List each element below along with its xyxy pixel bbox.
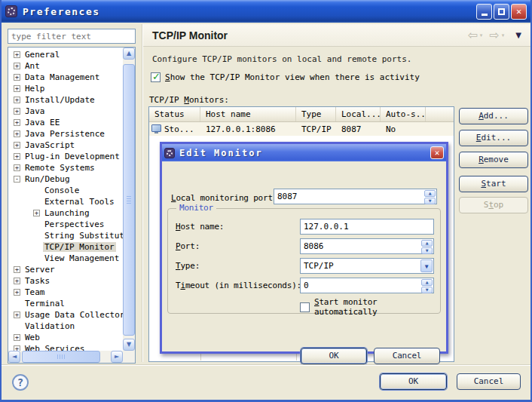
sidebar-tree-item[interactable]: Terminal — [8, 298, 123, 309]
scroll-left-icon[interactable]: ◄ — [8, 351, 20, 363]
sidebar-tree-item[interactable]: + JavaScript — [8, 140, 123, 151]
horizontal-scroll-thumb[interactable] — [22, 351, 100, 363]
sidebar-tree-item[interactable]: + Java — [8, 106, 123, 117]
sidebar-tree-item[interactable]: + Java Persistence — [8, 128, 123, 140]
sidebar-tree-item[interactable]: - Run/Debug — [8, 173, 123, 185]
sidebar-tree-item[interactable]: + Java EE — [8, 117, 123, 128]
scroll-right-icon[interactable]: ► — [111, 351, 123, 363]
tree-expander-icon[interactable]: + — [14, 164, 20, 171]
show-view-checkbox[interactable]: ✓ — [151, 72, 161, 82]
tree-expander-icon[interactable]: + — [14, 278, 20, 284]
table-column-header[interactable]: Auto-s... — [381, 107, 426, 121]
scroll-down-icon[interactable]: ▼ — [123, 339, 135, 351]
tree-expander-icon[interactable]: - — [14, 176, 20, 183]
page-header: TCP/IP Monitor ⇦ ▾ ⇨ ▾ ▼ — [143, 24, 530, 47]
tree-expander-icon[interactable]: + — [14, 334, 20, 341]
sidebar-tree-item[interactable]: + General — [8, 49, 123, 60]
spinner-up-icon[interactable]: ▲ — [421, 240, 433, 247]
local-port-input[interactable] — [274, 189, 436, 204]
spinner-up-icon[interactable]: ▲ — [421, 279, 433, 286]
spinner-down-icon[interactable]: ▼ — [421, 287, 433, 293]
maximize-button[interactable] — [494, 4, 509, 20]
dialog-ok-button[interactable]: OK — [301, 348, 367, 364]
tree-expander-icon[interactable]: + — [33, 210, 40, 216]
remove-button[interactable]: Remove — [459, 152, 528, 168]
sidebar-tree-item[interactable]: + Web — [8, 332, 123, 343]
back-dropdown-icon[interactable]: ▾ — [480, 32, 483, 38]
dialog-close-button[interactable]: ✕ — [430, 146, 444, 159]
tree-expander-icon[interactable]: + — [14, 266, 20, 273]
tree-vertical-scrollbar[interactable]: ▲ ▼ — [123, 48, 135, 351]
sidebar-tree-item[interactable]: Validation — [8, 321, 123, 332]
monitor-table-row[interactable]: Sto... 127.0.0.1:8086 TCP/IP 8087 No — [149, 122, 454, 136]
sidebar-tree-item[interactable]: + Remote Systems — [8, 162, 123, 173]
tree-expander-icon[interactable]: + — [14, 97, 20, 103]
tree-expander-icon[interactable]: + — [14, 51, 20, 58]
sidebar-tree-item[interactable]: + Team — [8, 287, 123, 298]
tree-expander-icon[interactable]: + — [14, 311, 20, 318]
table-column-header[interactable]: Type — [296, 107, 336, 121]
sidebar-tree-item[interactable]: + Server — [8, 264, 123, 275]
tree-expander-icon[interactable]: + — [14, 153, 20, 160]
tree-expander-icon[interactable]: + — [14, 345, 20, 351]
cancel-button[interactable]: Cancel — [457, 373, 521, 390]
sidebar-tree-item[interactable]: + Web Services — [8, 343, 123, 351]
sidebar-tree-item[interactable]: + Tasks — [8, 275, 123, 287]
spinner-up-icon[interactable]: ▲ — [424, 190, 436, 197]
ok-button[interactable]: OK — [380, 373, 447, 390]
edit-button[interactable]: Edit... — [459, 130, 528, 146]
help-icon: ? — [17, 376, 23, 388]
table-column-header[interactable]: Local... — [336, 107, 381, 121]
sidebar-tree-item[interactable]: + Help — [8, 83, 123, 94]
combo-dropdown-button[interactable]: ▼ — [420, 259, 433, 272]
vertical-scroll-thumb[interactable] — [123, 64, 135, 336]
back-icon[interactable]: ⇦ — [467, 28, 477, 42]
sidebar-tree-item[interactable]: String Substitution — [8, 230, 123, 241]
sidebar-tree-item[interactable]: Console — [8, 185, 123, 196]
sidebar-tree-item[interactable]: External Tools — [8, 196, 123, 207]
start-button[interactable]: Start — [459, 176, 528, 192]
tree-expander-icon[interactable]: + — [14, 289, 20, 296]
page-description: Configure TCP/IP monitors on local and r… — [152, 54, 411, 64]
port-input[interactable] — [301, 239, 433, 253]
tree-expander-icon[interactable]: + — [14, 74, 20, 81]
sidebar-tree-item[interactable]: View Management — [8, 253, 123, 264]
tree-expander-icon[interactable]: + — [14, 142, 20, 149]
scroll-up-icon[interactable]: ▲ — [123, 48, 135, 60]
table-column-header[interactable]: Status — [149, 107, 200, 121]
table-column-header[interactable]: Host name — [200, 107, 296, 121]
tree-horizontal-scrollbar[interactable]: ◄ ► — [8, 351, 123, 363]
forward-dropdown-icon[interactable]: ▾ — [502, 32, 505, 38]
tree-expander-icon[interactable]: + — [14, 85, 20, 92]
tree-expander-icon[interactable]: + — [14, 119, 20, 126]
host-name-input[interactable] — [301, 219, 433, 234]
spinner-down-icon[interactable]: ▼ — [424, 198, 436, 204]
auto-start-checkbox[interactable]: ✓ — [300, 302, 310, 312]
sidebar-tree-item[interactable]: Perspectives — [8, 219, 123, 230]
help-button[interactable]: ? — [12, 374, 29, 391]
type-select[interactable]: ▼ — [300, 258, 434, 274]
sidebar-tree-item[interactable]: + Data Management — [8, 72, 123, 83]
sidebar-tree-item[interactable]: TCP/IP Monitor — [8, 241, 123, 253]
type-select-value[interactable] — [301, 259, 433, 273]
dialog-cancel-button[interactable]: Cancel — [374, 348, 440, 364]
tree-expander-icon[interactable]: + — [14, 108, 20, 115]
sidebar-tree-item[interactable]: + Usage Data Collector — [8, 309, 123, 321]
sidebar-tree-item[interactable]: + Plug-in Development — [8, 151, 123, 162]
sidebar-tree-item[interactable]: + Ant — [8, 60, 123, 72]
host-name-field — [300, 219, 434, 235]
timeout-input[interactable] — [301, 278, 433, 293]
sidebar-tree-item[interactable]: + Launching — [8, 207, 123, 219]
view-menu-icon[interactable]: ▼ — [515, 31, 521, 39]
forward-icon[interactable]: ⇨ — [489, 28, 499, 42]
minimize-button[interactable] — [476, 4, 492, 20]
tree-expander-icon[interactable]: + — [14, 63, 20, 69]
spinner-down-icon[interactable]: ▼ — [421, 247, 433, 254]
close-button[interactable]: ✕ — [511, 4, 527, 20]
tree-expander-icon[interactable]: + — [14, 130, 20, 137]
local-port-field: ▲ ▼ — [274, 189, 437, 204]
sidebar-tree-item[interactable]: + Install/Update — [8, 94, 123, 106]
filter-input[interactable] — [8, 29, 136, 44]
add-button[interactable]: Add... — [459, 108, 528, 124]
preferences-tree: + General + Ant + Data Management + Help… — [8, 48, 123, 351]
